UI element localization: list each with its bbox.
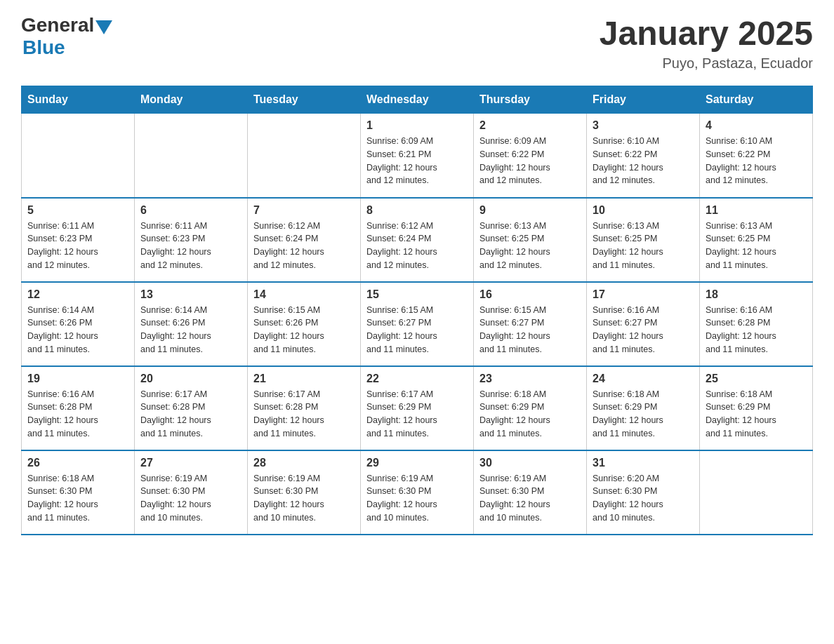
day-info: Sunrise: 6:15 AMSunset: 6:26 PMDaylight:… [253, 304, 355, 356]
day-number: 24 [593, 373, 694, 385]
calendar-cell: 21Sunrise: 6:17 AMSunset: 6:28 PMDayligh… [248, 366, 361, 450]
day-number: 12 [27, 288, 128, 301]
day-header-monday: Monday [135, 86, 248, 114]
day-number: 21 [253, 373, 355, 385]
calendar-cell: 6Sunrise: 6:11 AMSunset: 6:23 PMDaylight… [135, 198, 248, 282]
calendar-cell: 15Sunrise: 6:15 AMSunset: 6:27 PMDayligh… [361, 282, 474, 366]
day-info: Sunrise: 6:18 AMSunset: 6:29 PMDaylight:… [706, 388, 807, 441]
page-header: General Blue January 2025 Puyo, Pastaza,… [21, 14, 813, 72]
day-info: Sunrise: 6:18 AMSunset: 6:29 PMDaylight:… [479, 388, 581, 441]
day-number: 16 [479, 288, 581, 301]
title-block: January 2025 Puyo, Pastaza, Ecuador [600, 14, 813, 72]
calendar-cell: 3Sunrise: 6:10 AMSunset: 6:22 PMDaylight… [587, 114, 700, 198]
calendar-cell [135, 114, 248, 198]
day-number: 31 [593, 457, 694, 469]
calendar-cell: 30Sunrise: 6:19 AMSunset: 6:30 PMDayligh… [474, 450, 587, 535]
days-of-week-row: SundayMondayTuesdayWednesdayThursdayFrid… [22, 86, 813, 114]
day-info: Sunrise: 6:14 AMSunset: 6:26 PMDaylight:… [140, 304, 241, 356]
calendar-cell: 18Sunrise: 6:16 AMSunset: 6:28 PMDayligh… [700, 282, 813, 366]
day-info: Sunrise: 6:17 AMSunset: 6:28 PMDaylight:… [140, 388, 241, 441]
day-number: 23 [479, 373, 581, 385]
day-info: Sunrise: 6:10 AMSunset: 6:22 PMDaylight:… [593, 135, 694, 187]
day-number: 4 [706, 119, 807, 132]
calendar-cell: 7Sunrise: 6:12 AMSunset: 6:24 PMDaylight… [248, 198, 361, 282]
day-number: 8 [366, 204, 468, 217]
day-number: 11 [706, 204, 807, 217]
day-info: Sunrise: 6:17 AMSunset: 6:28 PMDaylight:… [253, 388, 355, 441]
day-number: 13 [140, 288, 241, 301]
calendar-header: SundayMondayTuesdayWednesdayThursdayFrid… [22, 86, 813, 114]
day-number: 26 [27, 457, 128, 469]
day-info: Sunrise: 6:11 AMSunset: 6:23 PMDaylight:… [27, 220, 128, 272]
logo-arrow-icon [95, 20, 112, 34]
calendar-cell: 11Sunrise: 6:13 AMSunset: 6:25 PMDayligh… [700, 198, 813, 282]
calendar-cell [248, 114, 361, 198]
day-info: Sunrise: 6:09 AMSunset: 6:22 PMDaylight:… [479, 135, 581, 187]
calendar-cell: 25Sunrise: 6:18 AMSunset: 6:29 PMDayligh… [700, 366, 813, 450]
calendar-cell [700, 450, 813, 535]
day-info: Sunrise: 6:13 AMSunset: 6:25 PMDaylight:… [706, 220, 807, 272]
calendar-cell: 2Sunrise: 6:09 AMSunset: 6:22 PMDaylight… [474, 114, 587, 198]
day-header-friday: Friday [587, 86, 700, 114]
calendar-table: SundayMondayTuesdayWednesdayThursdayFrid… [21, 86, 813, 535]
week-row-5: 26Sunrise: 6:18 AMSunset: 6:30 PMDayligh… [22, 450, 813, 535]
calendar-cell: 8Sunrise: 6:12 AMSunset: 6:24 PMDaylight… [361, 198, 474, 282]
day-number: 10 [593, 204, 694, 217]
day-info: Sunrise: 6:18 AMSunset: 6:30 PMDaylight:… [27, 472, 128, 525]
calendar-cell [22, 114, 135, 198]
calendar-cell: 27Sunrise: 6:19 AMSunset: 6:30 PMDayligh… [135, 450, 248, 535]
day-info: Sunrise: 6:10 AMSunset: 6:22 PMDaylight:… [706, 135, 807, 187]
day-number: 17 [593, 288, 694, 301]
day-number: 28 [253, 457, 355, 469]
day-number: 3 [593, 119, 694, 132]
calendar-cell: 4Sunrise: 6:10 AMSunset: 6:22 PMDaylight… [700, 114, 813, 198]
calendar-cell: 1Sunrise: 6:09 AMSunset: 6:21 PMDaylight… [361, 114, 474, 198]
calendar-cell: 17Sunrise: 6:16 AMSunset: 6:27 PMDayligh… [587, 282, 700, 366]
calendar-cell: 29Sunrise: 6:19 AMSunset: 6:30 PMDayligh… [361, 450, 474, 535]
calendar-subtitle: Puyo, Pastaza, Ecuador [600, 55, 813, 72]
day-info: Sunrise: 6:15 AMSunset: 6:27 PMDaylight:… [366, 304, 468, 356]
day-info: Sunrise: 6:19 AMSunset: 6:30 PMDaylight:… [366, 472, 468, 525]
day-number: 1 [366, 119, 468, 132]
calendar-cell: 12Sunrise: 6:14 AMSunset: 6:26 PMDayligh… [22, 282, 135, 366]
logo: General Blue [21, 14, 112, 59]
day-number: 19 [27, 373, 128, 385]
day-info: Sunrise: 6:11 AMSunset: 6:23 PMDaylight:… [140, 220, 241, 272]
day-info: Sunrise: 6:12 AMSunset: 6:24 PMDaylight:… [366, 220, 468, 272]
calendar-cell: 9Sunrise: 6:13 AMSunset: 6:25 PMDaylight… [474, 198, 587, 282]
day-header-thursday: Thursday [474, 86, 587, 114]
day-info: Sunrise: 6:16 AMSunset: 6:28 PMDaylight:… [706, 304, 807, 356]
day-number: 30 [479, 457, 581, 469]
day-number: 22 [366, 373, 468, 385]
day-info: Sunrise: 6:17 AMSunset: 6:29 PMDaylight:… [366, 388, 468, 441]
day-info: Sunrise: 6:19 AMSunset: 6:30 PMDaylight:… [479, 472, 581, 525]
day-number: 27 [140, 457, 241, 469]
day-number: 25 [706, 373, 807, 385]
calendar-cell: 16Sunrise: 6:15 AMSunset: 6:27 PMDayligh… [474, 282, 587, 366]
day-info: Sunrise: 6:13 AMSunset: 6:25 PMDaylight:… [593, 220, 694, 272]
day-number: 20 [140, 373, 241, 385]
calendar-cell: 20Sunrise: 6:17 AMSunset: 6:28 PMDayligh… [135, 366, 248, 450]
day-info: Sunrise: 6:16 AMSunset: 6:28 PMDaylight:… [27, 388, 128, 441]
calendar-cell: 10Sunrise: 6:13 AMSunset: 6:25 PMDayligh… [587, 198, 700, 282]
day-info: Sunrise: 6:18 AMSunset: 6:29 PMDaylight:… [593, 388, 694, 441]
day-info: Sunrise: 6:19 AMSunset: 6:30 PMDaylight:… [253, 472, 355, 525]
day-header-saturday: Saturday [700, 86, 813, 114]
calendar-cell: 23Sunrise: 6:18 AMSunset: 6:29 PMDayligh… [474, 366, 587, 450]
day-info: Sunrise: 6:13 AMSunset: 6:25 PMDaylight:… [479, 220, 581, 272]
week-row-4: 19Sunrise: 6:16 AMSunset: 6:28 PMDayligh… [22, 366, 813, 450]
calendar-cell: 26Sunrise: 6:18 AMSunset: 6:30 PMDayligh… [22, 450, 135, 535]
calendar-cell: 14Sunrise: 6:15 AMSunset: 6:26 PMDayligh… [248, 282, 361, 366]
day-number: 5 [27, 204, 128, 217]
calendar-cell: 22Sunrise: 6:17 AMSunset: 6:29 PMDayligh… [361, 366, 474, 450]
day-info: Sunrise: 6:19 AMSunset: 6:30 PMDaylight:… [140, 472, 241, 525]
day-header-wednesday: Wednesday [361, 86, 474, 114]
day-header-sunday: Sunday [22, 86, 135, 114]
calendar-cell: 31Sunrise: 6:20 AMSunset: 6:30 PMDayligh… [587, 450, 700, 535]
week-row-1: 1Sunrise: 6:09 AMSunset: 6:21 PMDaylight… [22, 114, 813, 198]
day-number: 14 [253, 288, 355, 301]
day-number: 2 [479, 119, 581, 132]
calendar-cell: 28Sunrise: 6:19 AMSunset: 6:30 PMDayligh… [248, 450, 361, 535]
day-number: 18 [706, 288, 807, 301]
week-row-2: 5Sunrise: 6:11 AMSunset: 6:23 PMDaylight… [22, 198, 813, 282]
